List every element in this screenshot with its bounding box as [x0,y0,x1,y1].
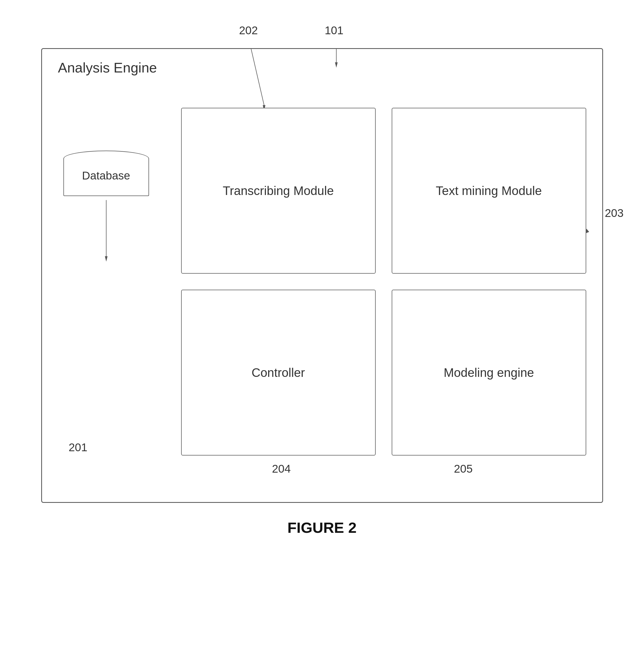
svg-marker-5 [105,256,107,262]
analysis-engine-label: Analysis Engine [58,60,157,76]
database-container: Database [64,151,149,199]
controller-label: Controller [251,365,305,380]
database-label: Database [64,169,149,182]
svg-line-0 [248,49,264,105]
svg-marker-3 [335,62,338,68]
module-modeling-engine: Modeling engine [392,290,586,456]
main-box: Analysis Engine Database Transcribing Mo… [41,48,603,503]
transcribing-label: Transcribing Module [223,183,334,198]
ref-205: 205 [454,462,473,475]
ref-203: 203 [605,207,623,220]
modules-grid: Transcribing Module Text mining Module C… [181,108,586,456]
module-text-mining: Text mining Module [392,108,586,274]
diagram-container: 202 101 Analysis Engine [21,21,623,610]
ref-101: 101 [325,24,344,37]
ref-202: 202 [239,24,258,37]
ref-201: 201 [69,441,87,454]
figure-label: FIGURE 2 [288,519,356,536]
modeling-engine-label: Modeling engine [443,365,534,380]
module-transcribing: Transcribing Module [181,108,376,274]
text-mining-label: Text mining Module [436,183,542,198]
module-controller: Controller [181,290,376,456]
ref-204: 204 [272,462,291,475]
database-cylinder: Database [64,151,149,199]
